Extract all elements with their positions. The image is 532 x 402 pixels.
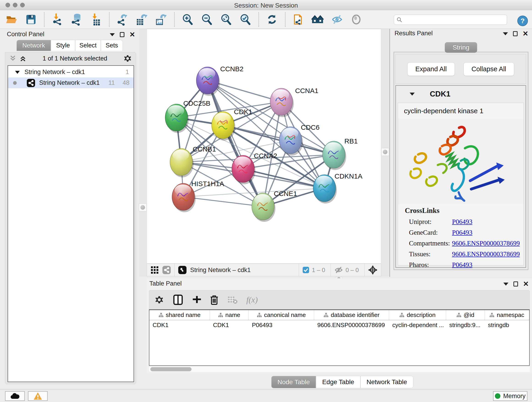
memory-button[interactable]: Memory [493,391,527,401]
table-cell[interactable]: cyclin-dependent ... [389,320,446,330]
network-row[interactable]: String Network – cdk1 11 48 [8,77,133,88]
node-table[interactable]: shared namenamecanonical namedatabase id… [149,309,530,366]
collapse-all-button[interactable]: Collapse All [463,62,514,76]
column-header--id[interactable]: @id [446,310,485,320]
table-cell[interactable]: stringdb:9... [446,320,485,330]
network-node-CCNE1: CCNE1 [252,190,297,222]
panel-close-icon[interactable]: ✕ [523,281,529,287]
birds-eye-grid-icon[interactable] [151,266,159,274]
collapse-all-icon[interactable] [9,55,17,62]
fit-selected-crosshair-icon[interactable] [368,265,378,275]
crosslink-row: Pharos:P06493 [409,261,524,269]
panel-menu-icon[interactable] [110,33,115,36]
cloud-sync-button[interactable] [5,391,25,401]
column-header-name[interactable]: name [210,310,249,320]
crosslink-link[interactable]: P06493 [452,261,472,269]
hide-panel-eye-icon[interactable] [330,13,344,26]
panel-close-icon[interactable]: ✕ [523,31,528,36]
network-view-canvas[interactable]: CCNB2CCNA1CDC25BCDK1CDC6RB1CCNB1CCNA2CDK… [147,29,381,264]
save-icon[interactable] [24,13,38,26]
new-network-from-selection-icon[interactable] [292,13,305,26]
column-header-shared-name[interactable]: shared name [149,310,210,320]
tab-style[interactable]: Style [51,40,75,51]
selected-checkbox-icon[interactable] [302,266,310,274]
status-bar: Memory [0,389,532,402]
table-horizontal-scrollbar[interactable] [149,366,530,372]
tab-select[interactable]: Select [75,40,101,51]
crosslink-link[interactable]: 9606.ENSP00000378699 [452,250,520,258]
left-splitter[interactable] [139,29,147,276]
panel-float-icon[interactable] [513,281,518,287]
network-overview-icon[interactable] [311,13,324,26]
zoom-fit-icon[interactable] [220,13,233,26]
table-row[interactable]: CDK1CDK1P064939606.ENSP00000378699cyclin… [149,320,529,330]
detach-view-icon[interactable] [178,265,187,274]
gene-description: cyclin-dependent kinase 1 [398,103,524,115]
table-cell[interactable]: stringdb [485,320,529,330]
export-table-icon[interactable] [135,13,148,26]
help-icon[interactable]: ? [516,14,529,27]
panel-menu-icon[interactable] [503,32,508,35]
import-table-file-icon[interactable] [89,13,103,26]
crosslink-label: Compartments: [409,240,452,247]
tab-sets[interactable]: Sets [101,40,123,51]
zoom-selected-icon[interactable] [239,13,252,26]
import-network-file-icon[interactable] [51,13,64,26]
panel-float-icon[interactable] [120,32,124,37]
table-cell[interactable]: P06493 [249,320,314,330]
warnings-button[interactable] [28,391,48,401]
right-splitter-handle[interactable] [381,148,389,156]
network-node-CCNA1: CCNA1 [270,87,318,117]
crosslink-row: Uniprot:P06493 [409,218,524,225]
table-options-gear-icon[interactable] [154,295,164,305]
table-cell[interactable]: 9606.ENSP00000378699 [314,320,389,330]
window-title: Session: New Session [0,2,532,9]
zoom-out-icon[interactable] [200,13,214,26]
column-header-database-identifier[interactable]: database identifier [314,310,389,320]
crosslink-link[interactable]: P06493 [452,218,472,225]
collapse-entry-icon[interactable] [410,93,415,96]
delete-column-trash-icon[interactable] [210,294,219,305]
column-header-namespac[interactable]: namespac [485,310,529,320]
crosslink-link[interactable]: P06493 [452,229,472,236]
add-column-icon[interactable] [192,294,201,305]
toolbar-separator [174,12,175,27]
zoom-in-icon[interactable] [181,13,194,26]
search-input[interactable] [402,15,507,24]
scrollbar-thumb[interactable] [150,367,191,371]
hidden-eye-icon[interactable] [334,266,343,274]
tab-string[interactable]: String [445,42,477,53]
table-cell[interactable]: CDK1 [149,320,210,330]
show-columns-icon[interactable] [173,294,183,305]
open-folder-icon[interactable] [5,13,18,26]
gene-entry-header[interactable]: CDK1 [396,86,526,102]
function-builder-icon: f(x) [246,295,258,305]
tab-edge-table[interactable]: Edge Table [316,376,360,388]
table-cell[interactable]: CDK1 [210,320,249,330]
export-image-icon[interactable] [154,13,168,26]
panel-float-icon[interactable] [513,31,518,36]
left-splitter-handle[interactable] [139,204,147,211]
refresh-icon[interactable] [265,13,279,26]
export-network-icon[interactable] [116,13,129,26]
tab-network-table[interactable]: Network Table [360,376,413,388]
svg-text:CCNE1: CCNE1 [274,190,297,197]
network-share-icon[interactable] [162,265,171,274]
tree-expand-icon[interactable] [14,70,20,75]
tab-network[interactable]: Network [17,40,51,51]
crosslink-label: Tissues: [409,250,452,258]
panel-close-icon[interactable]: ✕ [129,32,135,37]
column-header-canonical-name[interactable]: canonical name [249,310,314,320]
expand-all-icon[interactable] [19,55,27,62]
import-network-database-icon[interactable] [70,13,83,26]
crosslink-link[interactable]: 9606.ENSP00000378699 [452,240,520,247]
svg-text:CDKN1A: CDKN1A [335,172,362,180]
show-view-eye-icon[interactable] [350,13,363,26]
column-header-description[interactable]: description [389,310,446,320]
panel-menu-icon[interactable] [503,283,508,286]
expand-all-button[interactable]: Expand All [407,62,455,76]
tab-node-table[interactable]: Node Table [271,376,316,388]
network-collection-row[interactable]: String Network – cdk1 1 [8,67,133,77]
network-options-gear-icon[interactable] [123,54,132,63]
crosslink-row: GeneCard:P06493 [409,229,524,236]
